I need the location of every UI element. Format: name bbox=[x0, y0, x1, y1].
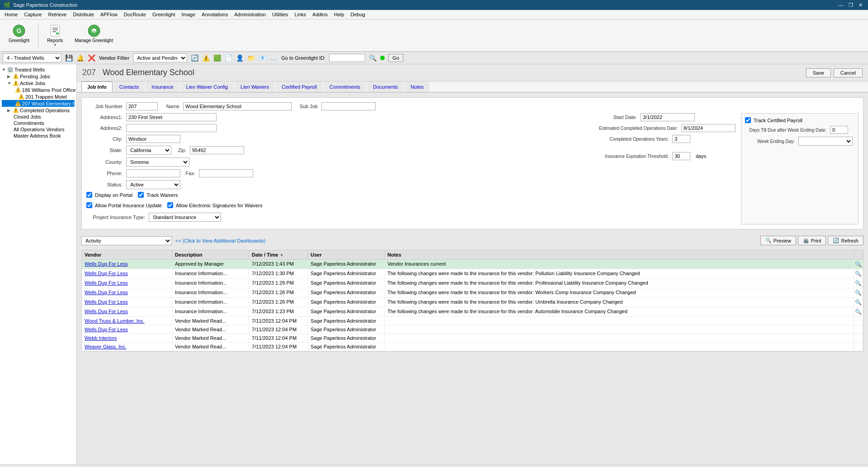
row-search-button[interactable]: 🔍 bbox=[854, 260, 863, 269]
goto-input[interactable] bbox=[329, 54, 365, 62]
menu-retrieve[interactable]: Retrieve bbox=[45, 11, 69, 18]
sub-job-input[interactable] bbox=[321, 102, 376, 110]
menu-home[interactable]: Home bbox=[2, 11, 20, 18]
ins-exp-input[interactable] bbox=[672, 152, 690, 160]
dashboard-select[interactable]: Activity bbox=[81, 236, 172, 245]
phone-input[interactable] bbox=[126, 169, 180, 177]
row-search-button[interactable]: 🔍 bbox=[854, 307, 863, 316]
vendor-cell[interactable]: Weaver Glass, Inc. bbox=[82, 343, 172, 351]
tab-certified-payroll[interactable]: Certified Payroll bbox=[276, 81, 323, 92]
sidebar-item-completed-ops[interactable]: ▶ ⚠️ Completed Operations bbox=[2, 107, 75, 114]
fax-input[interactable] bbox=[199, 169, 253, 177]
name-input[interactable] bbox=[183, 102, 292, 110]
vendor-cell[interactable]: Wells Dug For Less bbox=[82, 298, 172, 307]
zip-input[interactable] bbox=[190, 146, 244, 154]
tab-insurance[interactable]: Insurance bbox=[146, 81, 179, 92]
status-select[interactable]: Active Inactive bbox=[126, 180, 180, 189]
menu-docroute[interactable]: DocRoute bbox=[121, 11, 149, 18]
vendor-cell[interactable]: Wells Dug For Less bbox=[82, 325, 172, 334]
menu-links[interactable]: Links bbox=[292, 11, 309, 18]
row-search-button[interactable]: 🔍 bbox=[854, 269, 863, 278]
days-till-due-input[interactable] bbox=[830, 126, 848, 134]
sidebar-item-job-186[interactable]: ⚠️ 186 Williams Post Office bbox=[2, 86, 75, 93]
menu-distribute[interactable]: Distribute bbox=[70, 11, 96, 18]
est-completed-input[interactable] bbox=[681, 124, 736, 132]
sidebar-item-master-address[interactable]: Master Address Book bbox=[2, 133, 75, 139]
week-ending-select[interactable]: Monday Tuesday Wednesday Thursday Friday… bbox=[798, 137, 853, 146]
tab-notes[interactable]: Notes bbox=[405, 81, 429, 92]
menu-apflow[interactable]: APFlow bbox=[98, 11, 120, 18]
tab-documents[interactable]: Documents bbox=[367, 81, 404, 92]
vendor-cell[interactable]: Wells Dug For Less bbox=[82, 288, 172, 297]
menu-greenlight[interactable]: Greenlight bbox=[150, 11, 178, 18]
refresh-button[interactable]: 🔄 Refresh bbox=[828, 236, 863, 245]
status-icon-cloud[interactable]: ☁️ bbox=[270, 54, 278, 62]
vendor-cell[interactable]: Wells Dug For Less bbox=[82, 307, 172, 316]
county-select[interactable]: Sonoma bbox=[126, 157, 189, 167]
menu-utilities[interactable]: Utilities bbox=[269, 11, 291, 18]
go-button[interactable]: Go bbox=[388, 54, 403, 62]
sidebar-item-commitments[interactable]: Commitments bbox=[2, 120, 75, 126]
status-icon-warning[interactable]: ⚠️ bbox=[202, 54, 210, 62]
allow-electronic-checkbox[interactable] bbox=[167, 202, 173, 208]
vendor-cell[interactable]: Webb Interiors bbox=[82, 334, 172, 342]
filter-select[interactable]: Active and Pending Active Pending All bbox=[133, 53, 187, 62]
job-number-input[interactable] bbox=[126, 102, 158, 110]
track-certified-checkbox[interactable] bbox=[745, 117, 751, 123]
vendor-cell[interactable]: Wells Dug For Less bbox=[82, 260, 172, 269]
track-waivers-checkbox[interactable] bbox=[138, 192, 144, 198]
ribbon-reports-button[interactable]: Reports ▼ bbox=[43, 21, 67, 49]
close-button[interactable]: ✕ bbox=[857, 2, 864, 8]
menu-capture[interactable]: Capture bbox=[21, 11, 44, 18]
save-button[interactable]: Save bbox=[806, 68, 831, 77]
status-icon-refresh[interactable]: 🔄 bbox=[191, 54, 198, 62]
dashboard-view-link[interactable]: << (Click to View Additional Dashboards) bbox=[175, 238, 265, 243]
tab-lien-waiver-config[interactable]: Lien Waiver Config bbox=[180, 81, 234, 92]
row-search-button[interactable]: 🔍 bbox=[854, 279, 863, 288]
restore-button[interactable]: ❐ bbox=[847, 2, 855, 8]
status-icon-file[interactable]: 📄 bbox=[225, 54, 232, 62]
cancel-button[interactable]: Cancel bbox=[834, 68, 863, 77]
state-select[interactable]: California bbox=[126, 146, 171, 155]
ribbon-greenlight-button[interactable]: G Greenlight bbox=[5, 21, 33, 45]
row-search-button[interactable]: 🔍 bbox=[854, 288, 863, 297]
print-button[interactable]: 🖨️ Print bbox=[798, 236, 826, 245]
sidebar-item-all-ops-vendors[interactable]: All Operations Vendors bbox=[2, 126, 75, 133]
completed-years-input[interactable] bbox=[672, 135, 690, 143]
address1-input[interactable] bbox=[126, 113, 217, 121]
status-icon-folder[interactable]: 📁 bbox=[247, 54, 255, 62]
tab-job-info[interactable]: Job Info bbox=[81, 81, 113, 92]
start-date-input[interactable] bbox=[641, 113, 695, 121]
tab-lien-waivers[interactable]: Lien Waivers bbox=[235, 81, 275, 92]
sidebar-item-job-201[interactable]: ⚠️ 201 Trappen Motel bbox=[2, 93, 75, 100]
minimize-button[interactable]: — bbox=[836, 2, 845, 8]
row-search-button[interactable]: 🔍 bbox=[854, 298, 863, 307]
vendor-cell[interactable]: Wood Truss & Lumber, Inc. bbox=[82, 317, 172, 325]
menu-annotations[interactable]: Annotations bbox=[199, 11, 231, 18]
menu-administration[interactable]: Administration bbox=[231, 11, 269, 18]
status-icon-green[interactable]: 🟩 bbox=[213, 54, 221, 62]
status-icon-person[interactable]: 👤 bbox=[236, 54, 244, 62]
menu-addins[interactable]: Addins bbox=[310, 11, 330, 18]
sidebar-item-pending-jobs[interactable]: ▶ ⚠️ Pending Jobs bbox=[2, 73, 75, 80]
address2-input[interactable] bbox=[126, 124, 217, 132]
project-ins-select[interactable]: Standard Insurance bbox=[149, 213, 221, 222]
city-input[interactable] bbox=[126, 135, 180, 143]
vendor-cell[interactable]: Wells Dug For Less bbox=[82, 279, 172, 288]
vault-select[interactable]: 4 - Treated Wells bbox=[3, 53, 61, 62]
menu-image[interactable]: Image bbox=[179, 11, 198, 18]
display-portal-checkbox[interactable] bbox=[86, 192, 92, 198]
allow-portal-ins-checkbox[interactable] bbox=[86, 202, 92, 208]
sidebar-item-active-jobs[interactable]: ▼ ⚠️ Active Jobs bbox=[2, 80, 75, 86]
save-toolbar-icon[interactable]: 💾 bbox=[65, 54, 73, 62]
tab-commitments[interactable]: Commitments bbox=[324, 81, 366, 92]
preview-button[interactable]: 🔍 Preview bbox=[760, 236, 796, 245]
vendor-cell[interactable]: Wells Dug For Less bbox=[82, 269, 172, 278]
sidebar-item-closed-jobs[interactable]: Closed Jobs bbox=[2, 114, 75, 120]
search-icon[interactable]: 🔍 bbox=[369, 54, 377, 62]
alert-icon[interactable]: 🔔 bbox=[76, 54, 84, 62]
status-icon-email[interactable]: 📧 bbox=[259, 54, 266, 62]
ribbon-manage-greenlight-button[interactable]: M Manage Greenlight bbox=[71, 21, 117, 45]
sidebar-item-treated-wells[interactable]: ▼ 🏢 Treated Wells bbox=[2, 66, 75, 73]
tab-contacts[interactable]: Contacts bbox=[113, 81, 145, 92]
